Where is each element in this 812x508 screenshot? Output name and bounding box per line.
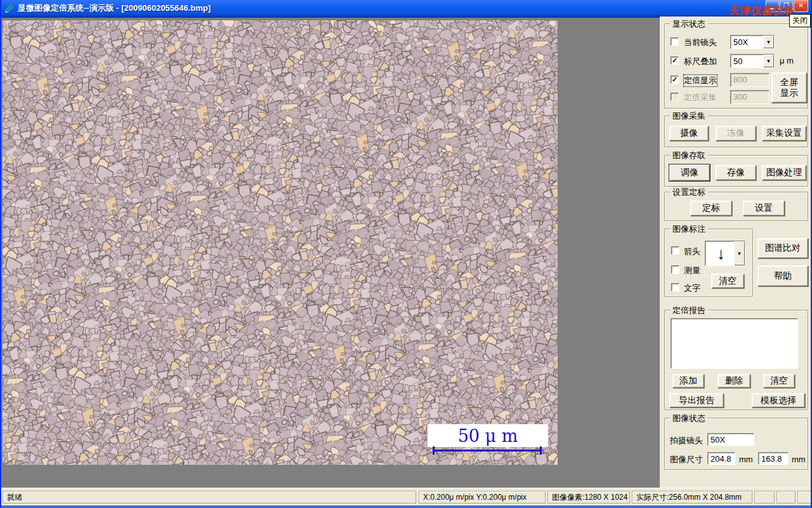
chevron-down-icon[interactable]: ▼ xyxy=(763,36,774,48)
input-image-width: 204.8 xyxy=(707,452,735,465)
template-select-button[interactable]: 模板选择 xyxy=(752,393,805,408)
window-bottom-border xyxy=(1,505,812,508)
group-report: 定倍报告 添加 删除 清空 导出报告 模板选择 xyxy=(664,310,808,410)
group-image-storage: 图像存取 调像 存像 图像处理 xyxy=(664,155,808,187)
label-arrow: 箭头 xyxy=(684,246,700,257)
status-empty-1 xyxy=(754,491,775,504)
report-delete-button[interactable]: 删除 xyxy=(717,374,750,388)
atlas-compare-button[interactable]: 图谱比对 xyxy=(757,238,808,258)
group-annotation-title: 图像标注 xyxy=(670,224,708,235)
combo-current-lens-value: 50X xyxy=(731,37,763,47)
control-panel: 显示状态 当前镜头 50X ▼ 标尺叠加 50 ▼ μ m 定倍显示 800 定… xyxy=(660,17,812,488)
close-tooltip: 关闭 xyxy=(789,14,811,27)
close-button[interactable]: ✕ xyxy=(794,0,808,12)
scalebar-label-box: 50 μ m xyxy=(428,424,548,447)
group-report-title: 定倍报告 xyxy=(670,305,708,316)
checkbox-fixed-capture xyxy=(671,93,679,101)
input-fixed-display: 800 xyxy=(730,73,769,87)
label-image-size: 图像尺寸 xyxy=(670,454,703,465)
scalebar-line xyxy=(433,450,542,451)
checkbox-arrow[interactable] xyxy=(671,246,679,255)
group-set-calibration-title: 设置定标 xyxy=(670,187,708,198)
micrograph-canvas xyxy=(3,20,558,465)
shoot-button[interactable]: 摄像 xyxy=(669,126,709,141)
app-window: 显微图像定倍系统--演示版 - [20090602055646.bmp] ▁ ❐… xyxy=(0,0,812,508)
status-image-pixels: 图像像素:1280 X 1024 xyxy=(547,491,630,504)
report-add-button[interactable]: 添加 xyxy=(672,374,704,388)
label-fixed-display: 定倍显示 xyxy=(684,75,717,86)
export-report-button[interactable]: 导出报告 xyxy=(669,393,724,408)
input-fixed-capture: 300 xyxy=(730,90,769,104)
chevron-down-icon[interactable]: ▼ xyxy=(763,55,774,67)
group-image-capture-title: 图像采集 xyxy=(670,110,708,122)
report-clear-button[interactable]: 清空 xyxy=(763,374,795,388)
report-list[interactable] xyxy=(671,318,798,369)
status-empty-2 xyxy=(776,491,796,504)
group-display-status-title: 显示状态 xyxy=(670,18,708,30)
label-ruler-unit: μ m xyxy=(780,56,794,65)
title-bar: 显微图像定倍系统--演示版 - [20090602055646.bmp] ▁ ❐… xyxy=(1,0,811,17)
scalebar-label: 50 μ m xyxy=(458,426,518,446)
image-client-area: 50 μ m xyxy=(1,17,660,488)
group-annotation: 图像标注 箭头 测量 文字 ↓ ▼ 清空 xyxy=(664,229,753,297)
fullscreen-button[interactable]: 全屏 显示 xyxy=(771,72,807,103)
label-width-unit: mm xyxy=(739,455,753,464)
group-image-status: 图像状态 拍摄镜头 50X 图像尺寸 204.8 mm 163.8 mm xyxy=(664,418,808,470)
label-shoot-lens: 拍摄镜头 xyxy=(670,435,703,446)
label-ruler-overlay: 标尺叠加 xyxy=(684,56,717,67)
load-image-button[interactable]: 调像 xyxy=(669,164,710,181)
group-image-status-title: 图像状态 xyxy=(670,413,708,424)
status-empty-3 xyxy=(797,491,812,504)
window-title: 显微图像定倍系统--演示版 - [20090602055646.bmp] xyxy=(18,3,211,14)
arrow-down-icon: ↓ xyxy=(705,244,734,264)
scalebar-tick-left xyxy=(433,446,435,455)
status-actual-size: 实际尺寸:256.0mm X 204.8mm xyxy=(632,491,752,504)
checkbox-measure[interactable] xyxy=(671,265,679,274)
settings-button[interactable]: 设置 xyxy=(743,201,785,216)
checkbox-ruler-overlay[interactable] xyxy=(671,57,679,65)
group-image-capture: 图像采集 摄像 冻像 采集设置 xyxy=(664,116,808,147)
label-height-unit: mm xyxy=(792,455,806,464)
chevron-down-icon[interactable]: ▼ xyxy=(734,241,745,265)
combo-current-lens[interactable]: 50X ▼ xyxy=(730,35,775,49)
input-shoot-lens: 50X xyxy=(707,433,754,446)
freeze-button: 冻像 xyxy=(716,126,756,141)
input-image-height: 163.8 xyxy=(758,452,789,465)
image-process-button[interactable]: 图像处理 xyxy=(762,165,806,180)
combo-ruler-value[interactable]: 50 ▼ xyxy=(730,54,775,68)
capture-settings-button[interactable]: 采集设置 xyxy=(762,126,806,141)
fullscreen-button-line1: 全屏 xyxy=(780,77,798,88)
checkbox-text[interactable] xyxy=(671,283,679,291)
status-ready: 就绪 xyxy=(3,491,416,504)
group-image-storage-title: 图像存取 xyxy=(670,150,708,161)
label-current-lens: 当前镜头 xyxy=(684,37,717,48)
calibrate-button[interactable]: 定标 xyxy=(690,201,732,216)
fullscreen-button-line2: 显示 xyxy=(780,88,798,98)
vendor-watermark: 天津仪器仪表 xyxy=(730,4,794,18)
help-button[interactable]: 帮助 xyxy=(757,265,808,286)
status-bar: 就绪 X:0.200μ m/pix Y:0.200μ m/pix 图像像素:12… xyxy=(1,488,812,505)
micrograph-view[interactable]: 50 μ m xyxy=(3,20,558,465)
checkbox-fixed-display[interactable] xyxy=(671,76,679,84)
app-icon xyxy=(4,3,15,14)
arrow-style-combo[interactable]: ↓ ▼ xyxy=(705,241,745,266)
combo-ruler-value-text: 50 xyxy=(731,57,763,66)
group-set-calibration: 设置定标 定标 设置 xyxy=(664,192,808,221)
annotation-clear-button[interactable]: 清空 xyxy=(711,274,744,288)
label-text: 文字 xyxy=(684,283,700,294)
scalebar-tick-right xyxy=(540,446,542,455)
status-scale-xy: X:0.200μ m/pix Y:0.200μ m/pix xyxy=(419,491,546,504)
label-fixed-capture: 定倍采集 xyxy=(684,92,717,104)
save-image-button[interactable]: 存像 xyxy=(716,165,756,180)
checkbox-current-lens[interactable] xyxy=(671,37,679,46)
label-measure: 测量 xyxy=(684,265,700,276)
group-display-status: 显示状态 当前镜头 50X ▼ 标尺叠加 50 ▼ μ m 定倍显示 800 定… xyxy=(664,23,808,109)
